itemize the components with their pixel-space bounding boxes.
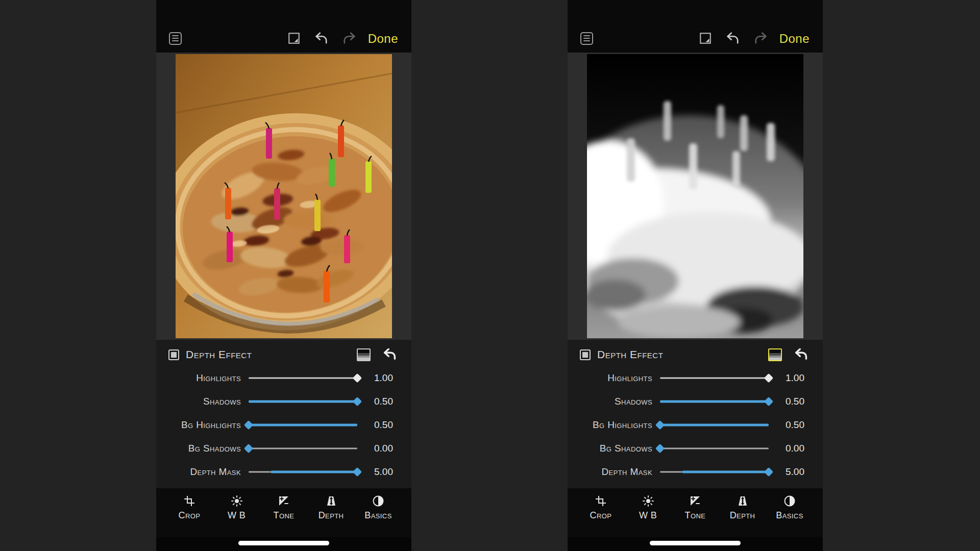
top-toolbar: Done bbox=[568, 0, 823, 53]
toolbar-item-label: Crop bbox=[179, 510, 201, 521]
reset-icon[interactable] bbox=[383, 348, 397, 361]
tone-icon bbox=[278, 494, 290, 508]
panel-header: Depth Effect bbox=[568, 344, 823, 365]
slider-track[interactable] bbox=[660, 468, 769, 476]
reset-icon[interactable] bbox=[794, 348, 808, 361]
slider-label: Bg Shadows bbox=[568, 443, 652, 454]
done-button[interactable]: Done bbox=[368, 32, 398, 45]
toolbar-item-crop[interactable]: Crop bbox=[583, 494, 619, 537]
white-balance-icon bbox=[231, 494, 243, 508]
phone-screen-depth-mask: Done bbox=[568, 0, 823, 551]
slider-track[interactable] bbox=[249, 374, 357, 382]
toolbar-item-crop[interactable]: Crop bbox=[172, 494, 207, 537]
editor-screenshots: Done bbox=[0, 0, 980, 551]
slider-label: Shadows bbox=[568, 396, 652, 407]
slider-track-segment bbox=[249, 400, 357, 403]
slider-handle[interactable] bbox=[244, 420, 253, 430]
toolbar-item-label: W B bbox=[639, 510, 657, 521]
toolbar-item-depth[interactable]: Depth bbox=[725, 494, 761, 537]
toolbar-item-label: W B bbox=[228, 510, 246, 521]
toolbar-item-label: Depth bbox=[730, 510, 755, 521]
bottom-strip bbox=[568, 537, 823, 551]
white-balance-icon bbox=[642, 494, 654, 508]
slider-track-segment bbox=[660, 424, 769, 427]
before-after-icon[interactable] bbox=[286, 31, 302, 45]
slider-label: Depth Mask bbox=[568, 466, 652, 478]
bottom-strip bbox=[156, 537, 411, 551]
slider-row: Depth Mask5.00 bbox=[156, 460, 411, 484]
depth-effect-checkbox[interactable] bbox=[580, 349, 591, 360]
slider-handle[interactable] bbox=[244, 444, 253, 453]
slider-track[interactable] bbox=[249, 421, 357, 429]
toolbar-item-tone[interactable]: Tone bbox=[677, 494, 713, 537]
done-button[interactable]: Done bbox=[779, 32, 810, 45]
home-indicator[interactable] bbox=[650, 541, 741, 545]
slider-rows: Highlights1.00Shadows0.50Bg Highlights0.… bbox=[156, 365, 411, 484]
redo-icon[interactable] bbox=[753, 31, 768, 45]
toolbar-item-basics[interactable]: Basics bbox=[772, 494, 807, 537]
photo-image bbox=[176, 54, 392, 338]
slider-label: Bg Highlights bbox=[568, 419, 652, 431]
toolbar-item-basics[interactable]: Basics bbox=[360, 494, 396, 537]
home-indicator[interactable] bbox=[238, 541, 329, 545]
crop-icon bbox=[595, 494, 607, 508]
depth-icon bbox=[325, 494, 337, 508]
toolbar-item-label: Tone bbox=[685, 510, 706, 521]
slider-track[interactable] bbox=[660, 444, 769, 453]
slider-track[interactable] bbox=[660, 374, 769, 382]
toolbar-item-tone[interactable]: Tone bbox=[266, 494, 302, 537]
slider-value: 5.00 bbox=[357, 466, 411, 478]
menu-icon[interactable] bbox=[167, 31, 183, 45]
slider-handle[interactable] bbox=[655, 420, 665, 430]
slider-row: Highlights1.00 bbox=[156, 366, 411, 390]
undo-icon[interactable] bbox=[725, 31, 741, 45]
bottom-toolbar: CropW BToneDepthBasics bbox=[568, 488, 823, 537]
depth-icon bbox=[737, 494, 749, 508]
slider-track-segment bbox=[271, 471, 357, 473]
slider-row: Shadows0.50 bbox=[156, 390, 411, 413]
slider-row: Shadows0.50 bbox=[568, 390, 823, 413]
toolbar-item-depth[interactable]: Depth bbox=[313, 494, 349, 537]
slider-track[interactable] bbox=[249, 397, 357, 406]
slider-row: Bg Highlights0.50 bbox=[156, 413, 411, 437]
depth-mask-toggle-icon[interactable] bbox=[768, 348, 782, 361]
slider-value: 0.50 bbox=[769, 419, 823, 431]
slider-value: 0.00 bbox=[769, 443, 823, 454]
toolbar-item-label: Tone bbox=[274, 510, 295, 521]
slider-value: 0.50 bbox=[769, 396, 823, 407]
slider-track-segment bbox=[249, 424, 357, 427]
slider-track[interactable] bbox=[249, 468, 357, 476]
slider-label: Bg Shadows bbox=[156, 443, 241, 454]
toolbar-item-label: Basics bbox=[776, 510, 803, 521]
menu-icon-glyph bbox=[580, 32, 593, 45]
menu-icon[interactable] bbox=[579, 31, 594, 45]
slider-track-segment bbox=[249, 448, 357, 449]
redo-icon[interactable] bbox=[341, 31, 357, 45]
depth-effect-checkbox[interactable] bbox=[168, 349, 179, 360]
slider-track[interactable] bbox=[660, 397, 769, 406]
slider-track-segment bbox=[660, 448, 769, 449]
slider-value: 0.50 bbox=[357, 396, 411, 407]
slider-track[interactable] bbox=[249, 444, 357, 453]
depth-effect-panel: Depth Effect Highlights1.00Shadows0.50Bg… bbox=[156, 340, 411, 488]
phone-screen-photo: Done bbox=[156, 0, 411, 551]
bottom-toolbar: CropW BToneDepthBasics bbox=[156, 488, 411, 537]
slider-row: Depth Mask5.00 bbox=[568, 460, 823, 484]
image-viewport bbox=[156, 53, 411, 340]
undo-icon[interactable] bbox=[314, 31, 329, 45]
slider-handle[interactable] bbox=[655, 444, 665, 453]
toolbar-item-wb[interactable]: W B bbox=[630, 494, 666, 537]
depth-mask-toggle-icon[interactable] bbox=[357, 348, 371, 361]
before-after-icon[interactable] bbox=[698, 31, 713, 45]
slider-row: Bg Shadows0.00 bbox=[568, 437, 823, 460]
top-toolbar: Done bbox=[156, 0, 411, 53]
depth-effect-panel: Depth Effect Highlights1.00Shadows0.50Bg… bbox=[568, 340, 823, 488]
image-viewport bbox=[568, 53, 823, 340]
slider-value: 0.00 bbox=[357, 443, 411, 454]
slider-value: 0.50 bbox=[357, 419, 411, 431]
slider-track-segment bbox=[682, 471, 769, 473]
crop-icon bbox=[183, 494, 195, 508]
toolbar-item-wb[interactable]: W B bbox=[219, 494, 255, 537]
panel-title: Depth Effect bbox=[597, 348, 663, 361]
slider-track[interactable] bbox=[660, 421, 769, 429]
